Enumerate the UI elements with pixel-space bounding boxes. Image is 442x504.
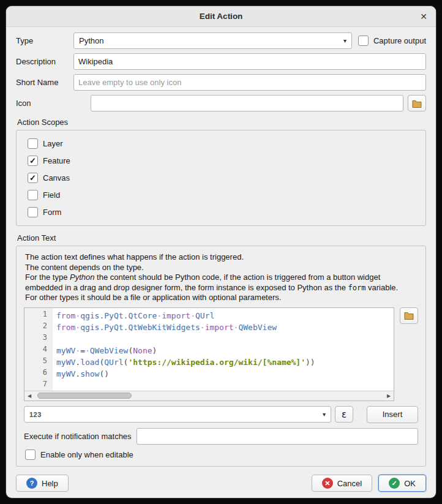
- description-row: Description: [16, 53, 426, 70]
- icon-browse-button[interactable]: [408, 95, 426, 111]
- expression-builder-button[interactable]: ε: [335, 406, 353, 423]
- folder-icon: [404, 311, 414, 320]
- scope-layer[interactable]: Layer: [28, 138, 414, 149]
- description-input[interactable]: [73, 53, 426, 70]
- scope-layer-checkbox[interactable]: [28, 138, 38, 149]
- variable-combobox-value: 123: [29, 411, 42, 418]
- load-code-from-file-button[interactable]: [400, 307, 418, 324]
- scope-form-checkbox[interactable]: [28, 207, 38, 217]
- dialog-content: Type Python ▾ Capture output Description…: [6, 27, 436, 498]
- action-text-group: Action Text The action text defines what…: [16, 231, 426, 467]
- horizontal-scrollbar[interactable]: ◀ ▶: [24, 391, 394, 401]
- icon-label: Icon: [16, 99, 73, 108]
- notification-label: Execute if notification matches: [24, 432, 132, 441]
- action-scopes-frame: Layer ✓ Feature ✓ Canvas Field Form: [16, 130, 426, 226]
- chevron-down-icon: ▾: [340, 38, 346, 44]
- ok-button[interactable]: ✓ OK: [378, 475, 426, 492]
- scroll-right-arrow-icon[interactable]: ▶: [384, 391, 394, 401]
- enable-editable-row[interactable]: Enable only when editable: [25, 449, 417, 460]
- short-name-input[interactable]: [73, 74, 426, 91]
- scrollbar-thumb[interactable]: [37, 393, 132, 399]
- capture-output-label: Capture output: [373, 36, 426, 45]
- code-editor-main: 1234567 from·qgis.PyQt.QtCore·import·QUr…: [24, 308, 394, 391]
- scope-feature-label: Feature: [43, 156, 70, 165]
- cancel-button-label: Cancel: [337, 479, 362, 488]
- epsilon-icon: ε: [342, 409, 346, 420]
- folder-icon: [412, 99, 422, 108]
- scope-form[interactable]: Form: [28, 207, 414, 217]
- short-name-row: Short Name: [16, 74, 426, 91]
- button-box: ? Help ✕ Cancel ✓ OK: [16, 469, 426, 492]
- chevron-down-icon: ▾: [319, 412, 326, 418]
- type-combobox[interactable]: Python ▾: [73, 32, 352, 49]
- action-text-frame: The action text defines what happens if …: [16, 246, 426, 467]
- enable-editable-checkbox[interactable]: [25, 449, 36, 460]
- scope-field-label: Field: [43, 190, 60, 200]
- scope-field-checkbox[interactable]: [28, 190, 38, 200]
- help-icon: ?: [26, 478, 37, 489]
- variable-combobox[interactable]: 123 ▾: [24, 406, 331, 423]
- type-label: Type: [16, 36, 73, 45]
- close-icon[interactable]: ✕: [420, 12, 427, 21]
- scope-canvas-checkbox[interactable]: ✓: [28, 173, 38, 183]
- enable-editable-label: Enable only when editable: [40, 450, 133, 459]
- action-scopes-group: Action Scopes Layer ✓ Feature ✓ Canvas F…: [16, 116, 426, 226]
- cancel-button[interactable]: ✕ Cancel: [312, 475, 372, 492]
- title-bar[interactable]: Edit Action ✕: [6, 6, 436, 27]
- insert-row: 123 ▾ ε Insert: [24, 406, 418, 423]
- window-title: Edit Action: [200, 12, 243, 21]
- insert-button[interactable]: Insert: [367, 406, 418, 423]
- notification-row: Execute if notification matches: [24, 428, 418, 445]
- line-numbers: 1234567: [24, 308, 53, 391]
- cancel-icon: ✕: [322, 478, 333, 489]
- capture-output-checkbox[interactable]: Capture output: [358, 36, 426, 46]
- code-area[interactable]: from·qgis.PyQt.QtCore·import·QUrlfrom·qg…: [53, 308, 394, 391]
- description-label: Description: [16, 57, 73, 66]
- edit-action-dialog: Edit Action ✕ Type Python ▾ Capture outp…: [6, 6, 436, 498]
- scope-form-label: Form: [43, 208, 61, 217]
- help-button[interactable]: ? Help: [16, 475, 69, 492]
- icon-path-input[interactable]: [91, 95, 403, 111]
- notification-input[interactable]: [137, 428, 418, 445]
- capture-output-checkbox-box[interactable]: [358, 36, 369, 46]
- code-editor[interactable]: 1234567 from·qgis.PyQt.QtCore·import·QUr…: [24, 307, 394, 401]
- scope-feature-checkbox[interactable]: ✓: [28, 156, 38, 166]
- type-row: Type Python ▾ Capture output: [16, 32, 426, 49]
- ok-icon: ✓: [389, 478, 400, 489]
- scope-canvas-label: Canvas: [43, 173, 70, 182]
- scope-layer-label: Layer: [43, 139, 63, 148]
- action-scopes-title: Action Scopes: [17, 118, 426, 127]
- icon-row: Icon: [16, 95, 426, 111]
- short-name-label: Short Name: [16, 78, 73, 87]
- code-editor-row: 1234567 from·qgis.PyQt.QtCore·import·QUr…: [24, 307, 418, 401]
- ok-button-label: OK: [404, 479, 416, 488]
- scope-canvas[interactable]: ✓ Canvas: [28, 173, 414, 183]
- action-help-text: The action text defines what happens if …: [25, 252, 417, 303]
- action-text-title: Action Text: [17, 233, 426, 243]
- type-combobox-value: Python: [79, 36, 103, 45]
- scrollbar-track[interactable]: [34, 391, 384, 401]
- scope-field[interactable]: Field: [28, 190, 414, 200]
- scroll-left-arrow-icon[interactable]: ◀: [24, 391, 34, 401]
- help-button-label: Help: [42, 479, 58, 488]
- scope-feature[interactable]: ✓ Feature: [28, 156, 414, 166]
